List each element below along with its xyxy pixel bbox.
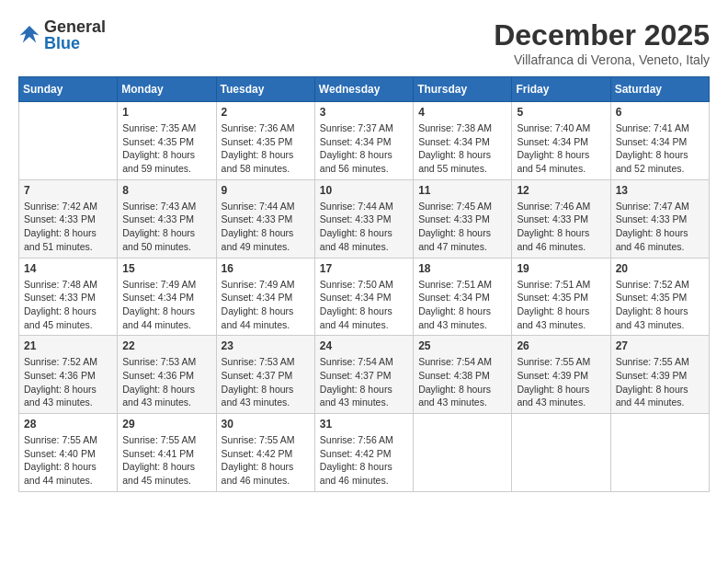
day-number: 14 — [24, 262, 112, 275]
day-info: Sunrise: 7:44 AM Sunset: 4:33 PM Dayligh… — [320, 200, 408, 254]
day-number: 2 — [222, 106, 310, 119]
day-info: Sunrise: 7:37 AM Sunset: 4:34 PM Dayligh… — [320, 121, 408, 176]
day-info: Sunrise: 7:48 AM Sunset: 4:33 PM Dayligh… — [24, 278, 112, 332]
calendar-cell: 28Sunrise: 7:55 AM Sunset: 4:40 PM Dayli… — [19, 414, 118, 492]
week-row-1: 7Sunrise: 7:42 AM Sunset: 4:33 PM Daylig… — [19, 179, 710, 258]
day-number: 12 — [517, 184, 605, 197]
weekday-header-friday: Friday — [512, 77, 610, 102]
day-info: Sunrise: 7:45 AM Sunset: 4:33 PM Dayligh… — [418, 200, 506, 254]
header: General Blue December 2025 Villafranca d… — [18, 18, 710, 67]
calendar-header: SundayMondayTuesdayWednesdayThursdayFrid… — [19, 77, 710, 102]
day-info: Sunrise: 7:55 AM Sunset: 4:39 PM Dayligh… — [517, 355, 605, 409]
logo-bird-icon — [18, 22, 40, 44]
day-info: Sunrise: 7:38 AM Sunset: 4:34 PM Dayligh… — [418, 121, 506, 176]
weekday-header-saturday: Saturday — [610, 77, 709, 102]
day-info: Sunrise: 7:52 AM Sunset: 4:36 PM Dayligh… — [24, 355, 112, 409]
week-row-2: 14Sunrise: 7:48 AM Sunset: 4:33 PM Dayli… — [19, 258, 710, 336]
day-info: Sunrise: 7:55 AM Sunset: 4:40 PM Dayligh… — [24, 433, 112, 488]
logo-blue-text: Blue — [44, 35, 106, 52]
day-number: 29 — [122, 418, 210, 431]
day-info: Sunrise: 7:55 AM Sunset: 4:42 PM Dayligh… — [222, 433, 310, 488]
day-info: Sunrise: 7:50 AM Sunset: 4:34 PM Dayligh… — [320, 278, 408, 332]
week-row-4: 28Sunrise: 7:55 AM Sunset: 4:40 PM Dayli… — [19, 414, 710, 492]
day-number: 11 — [418, 184, 506, 197]
day-info: Sunrise: 7:53 AM Sunset: 4:37 PM Dayligh… — [222, 355, 310, 409]
day-number: 22 — [122, 339, 210, 352]
calendar-cell — [414, 414, 512, 492]
weekday-header-monday: Monday — [118, 77, 216, 102]
calendar-cell: 16Sunrise: 7:49 AM Sunset: 4:34 PM Dayli… — [216, 258, 314, 336]
calendar-cell: 19Sunrise: 7:51 AM Sunset: 4:35 PM Dayli… — [512, 258, 610, 336]
weekday-header-wednesday: Wednesday — [314, 77, 413, 102]
calendar-cell: 4Sunrise: 7:38 AM Sunset: 4:34 PM Daylig… — [414, 102, 512, 180]
day-number: 31 — [320, 418, 408, 431]
day-info: Sunrise: 7:52 AM Sunset: 4:35 PM Dayligh… — [616, 278, 704, 332]
day-info: Sunrise: 7:51 AM Sunset: 4:35 PM Dayligh… — [517, 278, 605, 332]
day-number: 30 — [222, 418, 310, 431]
calendar-cell: 27Sunrise: 7:55 AM Sunset: 4:39 PM Dayli… — [610, 336, 709, 414]
calendar-cell: 11Sunrise: 7:45 AM Sunset: 4:33 PM Dayli… — [414, 179, 512, 258]
calendar-cell: 5Sunrise: 7:40 AM Sunset: 4:34 PM Daylig… — [512, 102, 610, 180]
day-info: Sunrise: 7:40 AM Sunset: 4:34 PM Dayligh… — [517, 121, 605, 176]
day-info: Sunrise: 7:54 AM Sunset: 4:38 PM Dayligh… — [418, 355, 506, 409]
calendar-cell: 21Sunrise: 7:52 AM Sunset: 4:36 PM Dayli… — [19, 336, 118, 414]
day-info: Sunrise: 7:41 AM Sunset: 4:34 PM Dayligh… — [616, 121, 704, 176]
calendar-cell — [512, 414, 610, 492]
week-row-3: 21Sunrise: 7:52 AM Sunset: 4:36 PM Dayli… — [19, 336, 710, 414]
day-info: Sunrise: 7:49 AM Sunset: 4:34 PM Dayligh… — [222, 278, 310, 332]
calendar-cell: 14Sunrise: 7:48 AM Sunset: 4:33 PM Dayli… — [19, 258, 118, 336]
day-number: 1 — [122, 106, 210, 119]
day-number: 5 — [517, 106, 605, 119]
calendar-cell: 1Sunrise: 7:35 AM Sunset: 4:35 PM Daylig… — [118, 102, 216, 180]
calendar-cell: 6Sunrise: 7:41 AM Sunset: 4:34 PM Daylig… — [610, 102, 709, 180]
calendar: SundayMondayTuesdayWednesdayThursdayFrid… — [18, 76, 710, 492]
day-info: Sunrise: 7:49 AM Sunset: 4:34 PM Dayligh… — [122, 278, 210, 332]
day-number: 3 — [320, 106, 408, 119]
calendar-cell: 12Sunrise: 7:46 AM Sunset: 4:33 PM Dayli… — [512, 179, 610, 258]
logo-general-text: General — [44, 18, 106, 35]
calendar-cell: 13Sunrise: 7:47 AM Sunset: 4:33 PM Dayli… — [610, 179, 709, 258]
calendar-cell: 25Sunrise: 7:54 AM Sunset: 4:38 PM Dayli… — [414, 336, 512, 414]
month-title: December 2025 — [494, 18, 710, 52]
day-info: Sunrise: 7:42 AM Sunset: 4:33 PM Dayligh… — [24, 200, 112, 254]
day-number: 10 — [320, 184, 408, 197]
weekday-header-sunday: Sunday — [19, 77, 118, 102]
day-number: 25 — [418, 339, 506, 352]
calendar-cell: 30Sunrise: 7:55 AM Sunset: 4:42 PM Dayli… — [216, 414, 314, 492]
day-info: Sunrise: 7:54 AM Sunset: 4:37 PM Dayligh… — [320, 355, 408, 409]
day-info: Sunrise: 7:56 AM Sunset: 4:42 PM Dayligh… — [320, 433, 408, 488]
day-info: Sunrise: 7:44 AM Sunset: 4:33 PM Dayligh… — [222, 200, 310, 254]
calendar-cell: 3Sunrise: 7:37 AM Sunset: 4:34 PM Daylig… — [314, 102, 413, 180]
day-info: Sunrise: 7:53 AM Sunset: 4:36 PM Dayligh… — [122, 355, 210, 409]
day-number: 17 — [320, 262, 408, 275]
calendar-cell: 31Sunrise: 7:56 AM Sunset: 4:42 PM Dayli… — [314, 414, 413, 492]
calendar-cell: 8Sunrise: 7:43 AM Sunset: 4:33 PM Daylig… — [118, 179, 216, 258]
day-info: Sunrise: 7:55 AM Sunset: 4:39 PM Dayligh… — [616, 355, 704, 409]
week-row-0: 1Sunrise: 7:35 AM Sunset: 4:35 PM Daylig… — [19, 102, 710, 180]
day-number: 28 — [24, 418, 112, 431]
day-number: 16 — [222, 262, 310, 275]
calendar-cell: 26Sunrise: 7:55 AM Sunset: 4:39 PM Dayli… — [512, 336, 610, 414]
day-info: Sunrise: 7:43 AM Sunset: 4:33 PM Dayligh… — [122, 200, 210, 254]
day-number: 27 — [616, 339, 704, 352]
calendar-body: 1Sunrise: 7:35 AM Sunset: 4:35 PM Daylig… — [19, 102, 710, 492]
calendar-cell — [610, 414, 709, 492]
day-number: 6 — [616, 106, 704, 119]
calendar-cell: 2Sunrise: 7:36 AM Sunset: 4:35 PM Daylig… — [216, 102, 314, 180]
day-info: Sunrise: 7:51 AM Sunset: 4:34 PM Dayligh… — [418, 278, 506, 332]
weekday-header-row: SundayMondayTuesdayWednesdayThursdayFrid… — [19, 77, 710, 102]
svg-marker-0 — [20, 26, 40, 42]
calendar-cell — [19, 102, 118, 180]
day-info: Sunrise: 7:47 AM Sunset: 4:33 PM Dayligh… — [616, 200, 704, 254]
day-number: 23 — [222, 339, 310, 352]
day-number: 20 — [616, 262, 704, 275]
day-number: 21 — [24, 339, 112, 352]
calendar-cell: 24Sunrise: 7:54 AM Sunset: 4:37 PM Dayli… — [314, 336, 413, 414]
day-number: 18 — [418, 262, 506, 275]
calendar-cell: 17Sunrise: 7:50 AM Sunset: 4:34 PM Dayli… — [314, 258, 413, 336]
calendar-cell: 7Sunrise: 7:42 AM Sunset: 4:33 PM Daylig… — [19, 179, 118, 258]
day-number: 13 — [616, 184, 704, 197]
title-area: December 2025 Villafranca di Verona, Ven… — [494, 18, 710, 67]
weekday-header-thursday: Thursday — [414, 77, 512, 102]
logo: General Blue — [18, 18, 106, 52]
